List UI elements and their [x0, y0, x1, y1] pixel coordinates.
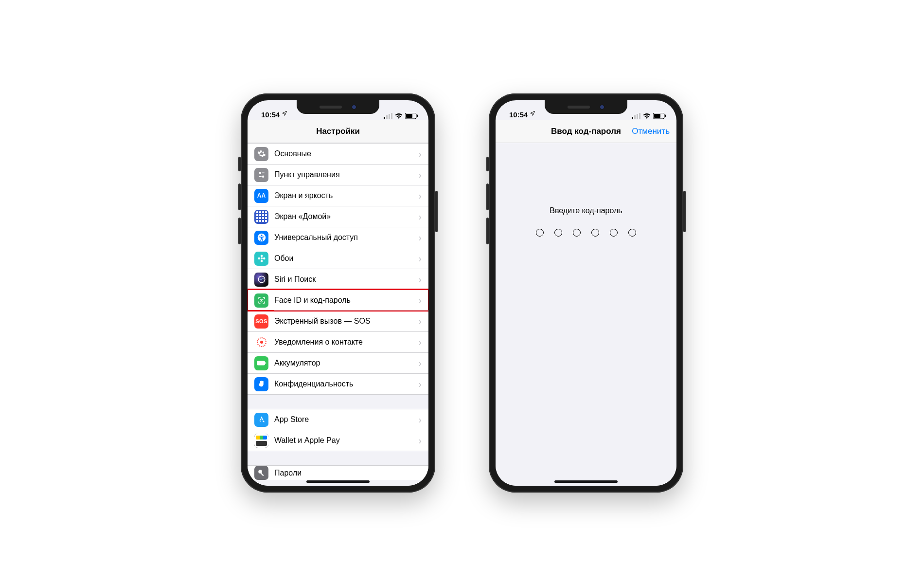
svg-point-14 — [260, 255, 263, 257]
speaker-grille — [568, 106, 590, 109]
settings-row-passwords[interactable]: Пароли — [248, 465, 428, 480]
svg-rect-24 — [260, 473, 264, 476]
chevron-right-icon: › — [418, 253, 422, 264]
settings-row-wallpaper[interactable]: Обои› — [248, 248, 428, 269]
appstore-icon — [254, 413, 268, 427]
settings-row-exposure[interactable]: Уведомления о контакте› — [248, 331, 428, 352]
settings-row-home-screen[interactable]: Экран «Домой»› — [248, 206, 428, 227]
chevron-right-icon: › — [418, 211, 422, 222]
side-button — [683, 191, 686, 232]
flower-icon — [254, 252, 268, 266]
speaker-grille — [320, 106, 342, 109]
settings-row-display[interactable]: AAЭкран и яркость› — [248, 185, 428, 206]
svg-rect-21 — [257, 361, 265, 365]
row-label: Экран и яркость — [274, 191, 418, 200]
screen-passcode: 10:54 Ввод код-пароля Отменить — [496, 100, 676, 486]
passcode-dot — [610, 229, 618, 237]
passcode-prompt: Введите код-пароль — [550, 206, 622, 215]
row-label: Обои — [274, 254, 418, 263]
chevron-right-icon: › — [418, 414, 422, 425]
volume-up-button — [486, 183, 489, 210]
battery-icon — [653, 113, 666, 119]
svg-point-15 — [260, 260, 263, 262]
passcode-area: Введите код-пароль — [496, 143, 676, 486]
chevron-right-icon: › — [418, 316, 422, 327]
nav-bar: Настройки — [248, 120, 428, 143]
gear-icon — [254, 147, 268, 161]
separator — [274, 311, 428, 311]
row-label: Аккумулятор — [274, 359, 418, 367]
cancel-button[interactable]: Отменить — [632, 127, 670, 136]
settings-row-siri[interactable]: Siri и Поиск› — [248, 269, 428, 290]
separator — [248, 394, 428, 395]
svg-rect-31 — [665, 115, 666, 117]
settings-list[interactable]: Основные›Пункт управления›AAЭкран и ярко… — [248, 143, 428, 486]
exposure-icon — [254, 335, 268, 349]
svg-point-12 — [261, 235, 262, 236]
svg-rect-2 — [389, 114, 390, 119]
passcode-dot — [536, 229, 544, 237]
svg-rect-3 — [391, 113, 392, 119]
sos-icon: SOS — [254, 314, 268, 329]
row-label: Экстренный вызов — SOS — [274, 317, 418, 326]
passcode-dot — [591, 229, 599, 237]
passcode-dot — [573, 229, 581, 237]
home-indicator[interactable] — [554, 480, 618, 483]
svg-point-7 — [259, 172, 261, 174]
volume-up-button — [238, 183, 241, 210]
row-label: Уведомления о контакте — [274, 338, 418, 347]
status-time: 10:54 — [261, 110, 280, 119]
volume-down-button — [486, 218, 489, 244]
passcode-dots[interactable] — [536, 229, 636, 237]
text-size-icon: AA — [254, 189, 268, 203]
row-label: Face ID и код-пароль — [274, 296, 418, 305]
cellular-signal-icon — [632, 113, 640, 119]
svg-rect-1 — [386, 115, 388, 119]
chevron-right-icon: › — [418, 232, 422, 243]
nav-title: Ввод код-пароля — [551, 127, 621, 136]
accessibility-icon — [254, 231, 268, 245]
settings-row-wallet[interactable]: Wallet и Apple Pay› — [248, 430, 428, 451]
row-label: Пункт управления — [274, 170, 418, 179]
svg-point-9 — [262, 176, 264, 178]
row-label: Siri и Поиск — [274, 275, 418, 284]
nav-title: Настройки — [316, 127, 360, 136]
settings-row-battery[interactable]: Аккумулятор› — [248, 352, 428, 373]
chevron-right-icon: › — [418, 337, 422, 348]
settings-row-sos[interactable]: SOSЭкстренный вызов — SOS› — [248, 311, 428, 331]
front-camera — [352, 105, 356, 110]
nav-bar: Ввод код-пароля Отменить — [496, 120, 676, 143]
chevron-right-icon: › — [418, 148, 422, 160]
battery-icon — [405, 113, 418, 119]
home-indicator[interactable] — [306, 480, 370, 483]
sliders-icon — [254, 168, 268, 182]
hand-icon — [254, 377, 268, 391]
svg-rect-28 — [639, 113, 640, 119]
svg-point-20 — [262, 299, 263, 300]
wallet-icon — [254, 434, 268, 448]
passcode-dot — [554, 229, 562, 237]
location-icon — [530, 110, 535, 118]
settings-row-accessibility[interactable]: Универсальный доступ› — [248, 227, 428, 248]
separator — [248, 451, 428, 451]
svg-rect-22 — [265, 362, 266, 364]
wifi-icon — [395, 113, 403, 119]
settings-row-general[interactable]: Основные› — [248, 143, 428, 164]
passcode-dot — [628, 229, 636, 237]
row-label: Основные — [274, 149, 418, 158]
chevron-right-icon: › — [418, 358, 422, 369]
settings-row-privacy[interactable]: Конфиденциальность› — [248, 373, 428, 394]
status-time: 10:54 — [509, 110, 528, 119]
svg-rect-25 — [632, 117, 633, 119]
row-label: App Store — [274, 415, 418, 424]
settings-row-control-center[interactable]: Пункт управления› — [248, 164, 428, 185]
key-icon — [254, 466, 268, 480]
svg-rect-26 — [634, 115, 636, 119]
settings-row-faceid[interactable]: Face ID и код-пароль› — [248, 290, 428, 311]
svg-rect-10 — [259, 176, 262, 177]
svg-rect-30 — [654, 114, 660, 118]
svg-rect-8 — [262, 173, 265, 174]
svg-point-13 — [260, 257, 263, 260]
settings-row-appstore[interactable]: App Store› — [248, 409, 428, 430]
svg-point-16 — [258, 257, 260, 260]
